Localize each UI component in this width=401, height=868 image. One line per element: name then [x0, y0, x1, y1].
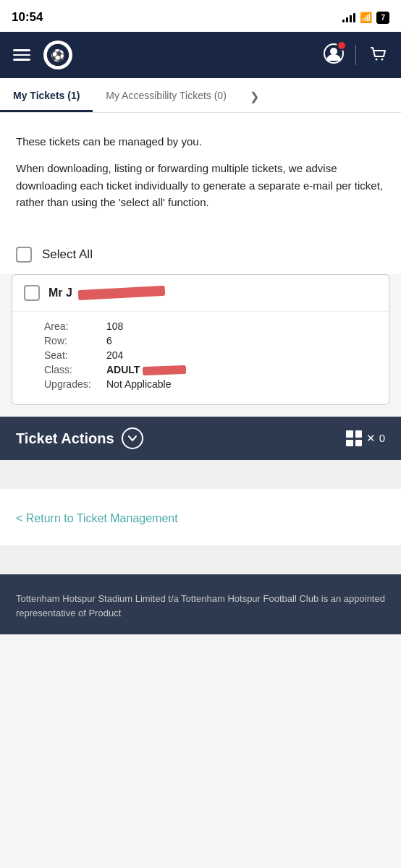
cart-button[interactable]: [368, 43, 388, 67]
area-label: Area:: [44, 320, 95, 332]
ticket-actions-label: Ticket Actions: [16, 430, 114, 447]
ticket-upgrades-row: Upgrades: Not Applicable: [44, 378, 377, 390]
upgrades-label: Upgrades:: [44, 378, 95, 390]
grid-icon: [346, 430, 362, 446]
tab-my-tickets[interactable]: My Tickets (1): [0, 78, 93, 112]
ticket-row-row: Row: 6: [44, 335, 377, 346]
ticket-name-redacted: [78, 286, 166, 300]
notification-badge: [337, 41, 347, 51]
svg-text:⚽: ⚽: [51, 48, 65, 62]
footer: Tottenham Hotspur Stadium Limited t/a To…: [0, 574, 401, 634]
ticket-count-label: ✕ 0: [366, 432, 385, 445]
nav-bar: ⚽: [0, 32, 401, 78]
ticket-card: Mr J Area: 108 Row: 6 Seat: 204 Class: A…: [12, 274, 389, 405]
ticket-class-row: Class: ADULT: [44, 364, 377, 375]
seat-label: Seat:: [44, 349, 95, 361]
tabs-bar: My Tickets (1) My Accessibility Tickets …: [0, 78, 401, 113]
ticket-actions-right: ✕ 0: [346, 430, 385, 446]
return-section: Return to Ticket Management: [0, 489, 401, 545]
gray-gap-2: [0, 545, 401, 574]
row-value: 6: [106, 335, 112, 346]
ticket-actions-expand-button[interactable]: [122, 427, 143, 449]
status-time: 10:54: [12, 10, 43, 25]
area-value: 108: [106, 320, 123, 332]
wifi-icon: 📶: [360, 12, 372, 23]
footer-text: Tottenham Hotspur Stadium Limited t/a To…: [16, 592, 385, 620]
cart-icon: [368, 43, 388, 64]
class-label: Class:: [44, 364, 95, 375]
user-account-button[interactable]: [324, 43, 344, 67]
ticket-actions-bar: Ticket Actions ✕ 0: [0, 417, 401, 460]
club-logo[interactable]: ⚽: [43, 41, 72, 69]
select-all-checkbox[interactable]: [16, 247, 32, 263]
status-icons: 📶 7: [342, 12, 389, 24]
ticket-details: Area: 108 Row: 6 Seat: 204 Class: ADULT …: [12, 312, 389, 404]
select-all-label: Select All: [42, 247, 93, 262]
ticket-checkbox[interactable]: [24, 285, 40, 301]
seat-value: 204: [106, 349, 123, 361]
ticket-name-prefix: Mr J: [48, 286, 72, 299]
class-redacted: [143, 365, 186, 375]
chevron-down-icon: [127, 433, 138, 443]
return-link[interactable]: Return to Ticket Management: [16, 512, 178, 524]
gray-gap-1: [0, 460, 401, 489]
svg-point-5: [381, 59, 384, 61]
main-content: These tickets can be managed by you. Whe…: [0, 113, 401, 235]
status-bar: 10:54 📶 7: [0, 0, 401, 32]
hamburger-menu[interactable]: [13, 49, 30, 61]
upgrades-value: Not Applicable: [106, 378, 172, 390]
tabs-chevron-right[interactable]: ❯: [240, 78, 269, 112]
nav-left: ⚽: [13, 41, 72, 69]
ticket-name: Mr J: [48, 286, 165, 299]
info-paragraph-2: When downloading, listing or forwarding …: [16, 160, 385, 210]
class-value: ADULT: [106, 364, 186, 375]
nav-divider: [355, 45, 356, 65]
ticket-area-row: Area: 108: [44, 320, 377, 332]
ticket-actions-left: Ticket Actions: [16, 427, 143, 449]
info-paragraph-1: These tickets can be managed by you.: [16, 133, 385, 150]
select-all-row: Select All: [0, 235, 401, 274]
svg-point-4: [376, 59, 378, 61]
ticket-count: ✕ 0: [346, 430, 385, 446]
nav-right: [324, 43, 388, 67]
signal-icon: [342, 12, 355, 22]
ticket-header: Mr J: [12, 275, 389, 312]
svg-point-3: [330, 48, 337, 55]
spurs-logo-svg: ⚽: [46, 43, 69, 67]
battery-icon: 7: [376, 12, 389, 24]
row-label: Row:: [44, 335, 95, 346]
tab-accessibility-tickets[interactable]: My Accessibility Tickets (0): [93, 78, 239, 112]
ticket-seat-row: Seat: 204: [44, 349, 377, 361]
